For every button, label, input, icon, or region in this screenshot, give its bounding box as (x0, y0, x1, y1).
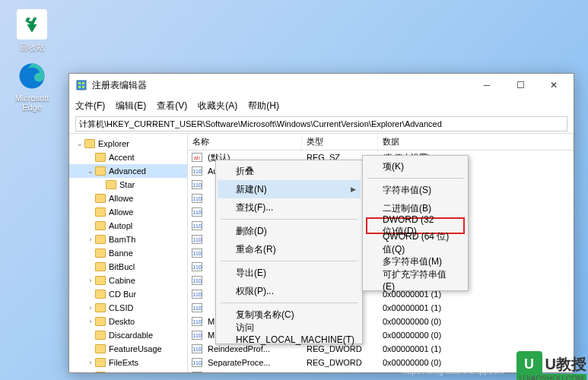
expand-icon[interactable]: › (86, 236, 95, 243)
folder-icon (95, 153, 106, 162)
list-header[interactable]: 名称 类型 数据 (188, 134, 574, 150)
tree-item[interactable]: ⌄Advanced (69, 164, 187, 178)
value-icon: 110 (191, 357, 203, 368)
new-submenu: 项(K)字符串值(S)二进制值(B)DWORD (32 位)值(D)QWORD … (362, 155, 469, 291)
folder-icon (95, 276, 106, 285)
value-icon: 110 (191, 344, 203, 354)
value-icon: 110 (191, 248, 203, 258)
menu-favorites[interactable]: 收藏夹(A) (198, 100, 237, 112)
tree-label: Allowe (109, 194, 133, 203)
watermark: https://blog.csdnine.qq.com (402, 366, 504, 375)
menu-item[interactable]: 新建(N) (218, 180, 361, 198)
tree-label: Advanced (109, 166, 146, 176)
value-icon: 110 (191, 166, 203, 176)
tree-item[interactable]: Banne (69, 246, 187, 260)
edge-browser-icon[interactable]: Microsoft Edge (9, 61, 55, 112)
svg-rect-1 (77, 81, 86, 90)
tree-item[interactable]: ›BamTh (69, 233, 187, 246)
menu-item[interactable]: QWORD (64 位)值(Q) (364, 234, 466, 252)
value-type: REG_DWORD (305, 344, 381, 353)
folder-icon (95, 194, 106, 203)
tree-item[interactable]: ›CLSID (69, 301, 187, 315)
value-icon: 110 (191, 220, 203, 231)
expand-icon[interactable]: ⌄ (75, 140, 84, 147)
folder-icon (95, 207, 106, 217)
menu-item[interactable]: 可扩充字符串值(E) (364, 271, 466, 289)
tree-item[interactable]: HideDesktopIcons (69, 369, 187, 372)
tree-item[interactable]: BitBucl (69, 260, 187, 274)
menu-item[interactable]: 字符串值(S) (364, 181, 466, 199)
expand-icon[interactable]: ⌄ (86, 167, 95, 175)
menu-item[interactable]: 项(K) (364, 157, 466, 176)
tree-label: CLSID (109, 303, 133, 312)
tree-item[interactable]: ›Cabine (69, 274, 187, 287)
col-name[interactable]: 名称 (188, 134, 302, 150)
menu-edit[interactable]: 编辑(E) (116, 100, 146, 112)
menu-item[interactable]: 查找(F)... (218, 198, 361, 217)
col-data[interactable]: 数据 (378, 134, 574, 150)
window-title: 注册表编辑器 (92, 79, 470, 92)
tree-item[interactable]: ⌄Explorer (69, 137, 187, 150)
folder-icon (84, 139, 95, 148)
recycle-bin-icon[interactable]: 回收站 (9, 9, 55, 53)
edge-label: Microsoft Edge (9, 93, 55, 112)
tree-item[interactable]: Autopl (69, 219, 187, 233)
tree-label: CD Bur (109, 290, 136, 299)
tree-item[interactable]: ›FileExts (69, 356, 187, 369)
tree-label: FeatureUsage (109, 344, 162, 353)
col-type[interactable]: 类型 (302, 134, 378, 150)
tree-item[interactable]: Allowe (69, 205, 187, 219)
value-data: 0x00000000 (0) (381, 317, 574, 326)
value-type: REG_DWORD (305, 358, 381, 367)
brand-sub: UJIAOSHOU.COM (516, 374, 586, 380)
menu-view[interactable]: 查看(V) (157, 100, 187, 112)
value-icon: 110 (191, 316, 203, 327)
value-icon: 110 (191, 207, 203, 217)
tree-item[interactable]: Discardable (69, 328, 187, 342)
expand-icon[interactable]: › (86, 359, 95, 366)
tree-label: Accent (109, 153, 135, 162)
expand-icon[interactable]: › (86, 277, 95, 284)
minimize-button[interactable]: ─ (470, 74, 504, 96)
menu-item[interactable]: 访问 HKEY_LOCAL_MACHINE(T) (218, 324, 361, 342)
value-icon: 110 (191, 289, 203, 299)
tree-item[interactable]: Accent (69, 150, 187, 164)
value-name: ServerAdminUI (206, 372, 305, 372)
menu-item[interactable]: 重命名(R) (218, 240, 361, 258)
expand-icon[interactable]: › (86, 318, 95, 325)
tree-item[interactable]: ›Deskto (69, 315, 187, 328)
edge-icon (17, 61, 47, 91)
tree-label: Autopl (109, 221, 132, 230)
menu-file[interactable]: 文件(F) (75, 100, 105, 112)
tree-panel[interactable]: ⌄ExplorerAccent⌄AdvancedStarAlloweAllowe… (69, 134, 188, 372)
svg-rect-2 (78, 82, 81, 84)
tree-label: Cabine (109, 276, 135, 285)
tree-item[interactable]: Star (69, 178, 187, 192)
value-name: ReindexedProf... (206, 344, 305, 353)
tree-label: BitBucl (109, 262, 135, 271)
path-input[interactable] (75, 116, 567, 131)
folder-icon (95, 331, 106, 340)
tree-label: Allowe (109, 207, 133, 217)
menu-help[interactable]: 帮助(H) (248, 100, 279, 112)
value-icon: 110 (191, 330, 203, 340)
titlebar[interactable]: 注册表编辑器 ─ ☐ ✕ (69, 74, 574, 97)
value-icon: 110 (191, 371, 203, 372)
tree-label: FileExts (109, 358, 138, 367)
value-data: 0x00000000 (0) (381, 331, 574, 340)
expand-icon[interactable]: › (86, 304, 95, 312)
recycle-label: 回收站 (9, 42, 55, 53)
context-menu: 折叠新建(N)查找(F)...删除(D)重命名(R)导出(E)权限(P)...复… (215, 160, 363, 344)
folder-icon (95, 372, 106, 372)
menu-item[interactable]: 折叠 (218, 162, 361, 180)
value-icon: 110 (191, 234, 203, 245)
maximize-button[interactable]: ☐ (504, 74, 537, 96)
menu-item[interactable]: 导出(E) (218, 264, 361, 282)
tree-item[interactable]: FeatureUsage (69, 342, 187, 356)
close-button[interactable]: ✕ (537, 74, 571, 96)
menu-item[interactable]: 权限(P)... (218, 282, 361, 300)
menu-item[interactable]: 删除(D) (218, 222, 361, 240)
folder-icon (95, 249, 106, 258)
tree-item[interactable]: CD Bur (69, 287, 187, 301)
tree-item[interactable]: Allowe (69, 192, 187, 205)
